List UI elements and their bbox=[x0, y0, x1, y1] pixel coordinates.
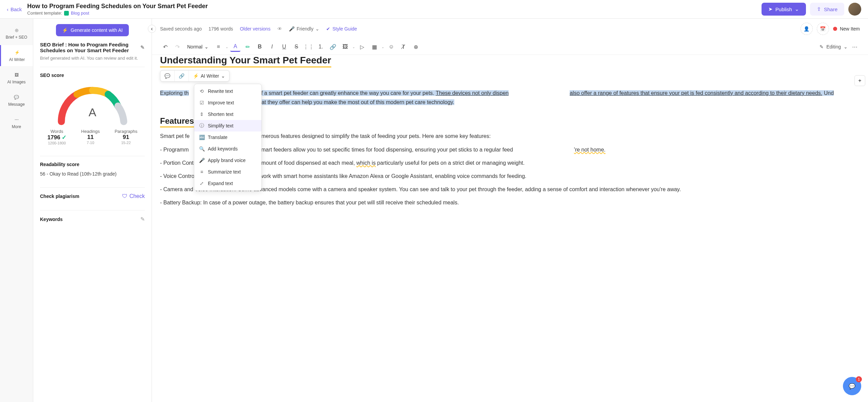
publish-label: Publish bbox=[775, 6, 792, 12]
style-guide-button[interactable]: ✔ Style Guide bbox=[326, 26, 357, 32]
brief-title: SEO Brief : How to Program Feeding Sched… bbox=[40, 42, 138, 53]
edit-keywords-icon[interactable]: ✎ bbox=[140, 216, 145, 222]
numbered-list-button[interactable]: 1. bbox=[316, 42, 326, 52]
highlight-button[interactable]: ✏ bbox=[242, 42, 253, 52]
redo-button[interactable]: ↷ bbox=[172, 42, 182, 52]
more-toolbar-button[interactable]: ⋯ bbox=[850, 42, 860, 52]
undo-button[interactable]: ↶ bbox=[160, 42, 170, 52]
chat-widget-button[interactable]: 💬 1 bbox=[843, 377, 861, 395]
dots-icon: ⋯ bbox=[13, 116, 20, 123]
expand-icon: ⤢ bbox=[199, 181, 204, 186]
chevron-left-icon: ‹ bbox=[7, 6, 8, 12]
chevron-down-icon: ⌄ bbox=[381, 45, 384, 49]
metric-paragraphs: Paragraphs 91 15-22 bbox=[115, 129, 137, 145]
clear-format-button[interactable]: T̸ bbox=[398, 42, 409, 52]
insert-link-button[interactable]: 🔗 bbox=[175, 71, 189, 81]
new-item-status[interactable]: New Item bbox=[833, 26, 860, 32]
formatting-toolbar: ↶ ↷ Normal ⌄ ≡ ⌄ A ✏ B I U S ⋮⋮ 1. 🔗 🖼 ⌄ bbox=[152, 39, 868, 55]
template-icon bbox=[64, 11, 69, 16]
chevron-down-icon: ⌄ bbox=[204, 44, 209, 49]
readability-text: 56 - Okay to Read (10th-12th grade) bbox=[40, 171, 145, 177]
rail-brief-seo[interactable]: ◎ Brief + SEO bbox=[0, 23, 33, 44]
strikethrough-button[interactable]: S bbox=[291, 42, 301, 52]
paragraph[interactable]: - Programmost smart feeders allow you to… bbox=[160, 145, 860, 154]
translate-option[interactable]: 🔤Translate bbox=[194, 132, 261, 143]
chat-icon: 💬 bbox=[849, 383, 855, 389]
rail-ai-images[interactable]: 🖼 AI Images bbox=[0, 67, 33, 88]
paragraph[interactable]: - Portion Control: You can customize the… bbox=[160, 158, 860, 167]
edit-icon[interactable]: ✎ bbox=[140, 44, 145, 51]
publish-button[interactable]: ➤ Publish ⌄ bbox=[762, 3, 806, 16]
rail-more[interactable]: ⋯ More bbox=[0, 112, 33, 133]
underline-button[interactable]: U bbox=[279, 42, 289, 52]
paragraph[interactable]: - Camera and Voice Interaction: Some adv… bbox=[160, 185, 860, 194]
paragraph[interactable]: Smart pet feh numerous features designed… bbox=[160, 132, 860, 141]
align-button[interactable]: ≡ bbox=[213, 42, 223, 52]
style-select[interactable]: Normal ⌄ bbox=[184, 43, 211, 51]
search-icon: 🔍 bbox=[199, 146, 204, 152]
rewrite-text-option[interactable]: ⟲Rewrite text bbox=[194, 85, 261, 97]
bullet-list-button[interactable]: ⋮⋮ bbox=[303, 42, 314, 52]
bold-button[interactable]: B bbox=[255, 42, 265, 52]
rail-ai-writer[interactable]: ⚡ AI Writer bbox=[0, 45, 33, 66]
chevron-down-icon: ⌄ bbox=[352, 45, 355, 49]
paragraph[interactable]: - Battery Backup: In case of a power out… bbox=[160, 198, 860, 207]
check-plagiarism-button[interactable]: 🛡 Check bbox=[122, 193, 145, 199]
simplify-text-option[interactable]: ⓘSimplify text bbox=[194, 120, 261, 132]
editor-content[interactable]: Understanding Your Smart Pet Feeder 💬 🔗 … bbox=[152, 55, 868, 402]
generate-content-button[interactable]: ⚡ Generate content with AI bbox=[56, 24, 129, 36]
status-dot-icon bbox=[833, 27, 837, 31]
older-versions-link[interactable]: Older versions bbox=[240, 26, 270, 32]
paragraph[interactable]: - Voice Control Integration: Many models… bbox=[160, 172, 860, 181]
share-button[interactable]: ⇪ Share bbox=[810, 3, 844, 16]
brand-voice-option[interactable]: 🎤Apply brand voice bbox=[194, 155, 261, 166]
left-rail: ◎ Brief + SEO ⚡ AI Writer 🖼 AI Images 💬 … bbox=[0, 19, 33, 402]
chat-badge: 1 bbox=[856, 376, 862, 382]
share-label: Share bbox=[824, 6, 837, 12]
add-block-right-button[interactable]: + bbox=[854, 75, 865, 86]
check-square-icon: ☑ bbox=[199, 100, 204, 105]
chevron-down-icon: ⌄ bbox=[225, 45, 228, 49]
bolt-icon: ⚡ bbox=[14, 49, 20, 56]
video-button[interactable]: ▷ bbox=[357, 42, 367, 52]
message-icon: 💬 bbox=[13, 94, 20, 101]
italic-button[interactable]: I bbox=[267, 42, 277, 52]
back-button[interactable]: ‹ Back bbox=[7, 6, 22, 12]
ai-writer-dropdown-button[interactable]: ⚡ AI Writer ⌄ bbox=[189, 71, 229, 81]
image-button[interactable]: 🖼 bbox=[340, 42, 350, 52]
saved-status: Saved seconds ago bbox=[160, 26, 202, 32]
add-comment-button[interactable]: 💬 bbox=[160, 71, 175, 81]
word-count: 1796 words bbox=[209, 26, 233, 32]
avatar[interactable] bbox=[848, 3, 861, 16]
rail-message[interactable]: 💬 Message bbox=[0, 90, 33, 111]
expand-option[interactable]: ⤢Expand text bbox=[194, 178, 261, 189]
seo-gauge: A bbox=[54, 82, 132, 126]
send-icon: ➤ bbox=[768, 6, 773, 12]
chevron-down-icon: ⌄ bbox=[795, 6, 799, 12]
add-block-button[interactable]: ⊕ bbox=[411, 42, 421, 52]
editing-mode[interactable]: ✎ Editing ⌄ bbox=[820, 44, 848, 49]
text-color-button[interactable]: A bbox=[230, 42, 240, 52]
shorten-text-option[interactable]: ⇕Shorten text bbox=[194, 108, 261, 120]
eye-icon[interactable]: 👁 bbox=[277, 26, 282, 32]
title-block: How to Program Feeding Schedules on Your… bbox=[27, 3, 756, 16]
check-circle-icon: ✔ bbox=[326, 26, 330, 32]
tone-selector[interactable]: 🎤 Friendly ⌄ bbox=[289, 26, 320, 32]
shield-icon: 🛡 bbox=[122, 193, 127, 199]
add-person-button[interactable]: 👤 bbox=[801, 23, 813, 35]
heading[interactable]: Understanding Your Smart Pet Feeder bbox=[160, 55, 331, 67]
metric-headings: Headings 11 7-10 bbox=[81, 129, 100, 145]
table-button[interactable]: ▦ bbox=[369, 42, 379, 52]
paragraph[interactable]: Exploring thfits of a smart pet feeder c… bbox=[160, 88, 860, 107]
collapse-sidebar-button[interactable]: ‹ bbox=[148, 25, 156, 33]
add-keywords-option[interactable]: 🔍Add keywords bbox=[194, 143, 261, 155]
chevron-down-icon: ⌄ bbox=[221, 73, 225, 79]
target-icon: ◎ bbox=[13, 27, 20, 34]
calendar-button[interactable]: 📅 bbox=[817, 23, 829, 35]
readability-label: Readability score bbox=[40, 162, 145, 167]
link-button[interactable]: 🔗 bbox=[328, 42, 338, 52]
improve-text-option[interactable]: ☑Improve text bbox=[194, 97, 261, 108]
summarize-option[interactable]: ≡Summarize text bbox=[194, 166, 261, 178]
emoji-button[interactable]: ☺ bbox=[386, 42, 396, 52]
template-link[interactable]: Blog post bbox=[71, 11, 89, 16]
